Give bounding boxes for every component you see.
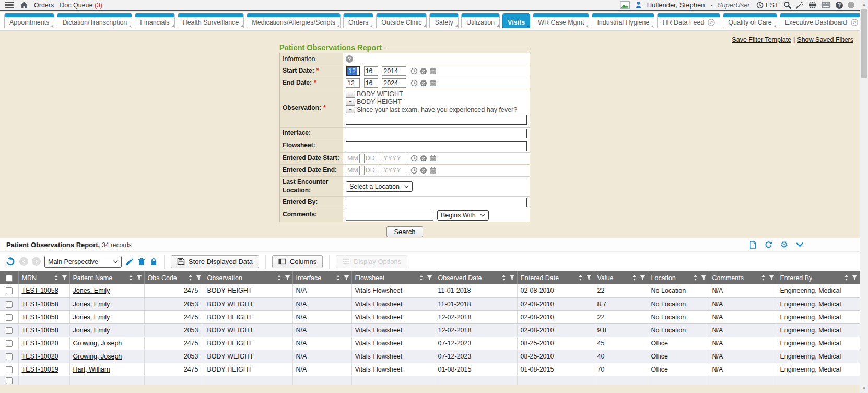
tab-outside-clinic[interactable]: Outside Clinic xyxy=(376,13,427,28)
clear-date-icon[interactable] xyxy=(420,155,427,162)
patient-name-link[interactable]: Jones, Emily xyxy=(73,314,110,321)
patient-name-link[interactable]: Jones, Emily xyxy=(73,287,110,294)
remove-observation-button[interactable]: − xyxy=(346,91,355,98)
row-checkbox[interactable] xyxy=(6,353,13,360)
sort-icon[interactable] xyxy=(578,275,583,281)
patient-name-link[interactable]: Growing, Joseph xyxy=(73,340,122,347)
help-icon[interactable]: ? xyxy=(836,2,843,9)
col-header-comments[interactable]: Comments xyxy=(709,271,777,284)
col-header-entered-date[interactable]: Entered Date xyxy=(517,271,594,284)
filter-icon[interactable] xyxy=(701,275,707,281)
select-all-header[interactable] xyxy=(0,271,18,284)
sort-icon[interactable] xyxy=(276,275,282,281)
globe-icon[interactable] xyxy=(808,1,816,9)
calendar-icon[interactable] xyxy=(429,67,437,75)
col-header-entered-by[interactable]: Entered By xyxy=(777,271,860,284)
scroll-up-icon[interactable]: ▲ xyxy=(860,1,868,8)
tab-hr-data-feed[interactable]: HR Data Feed xyxy=(657,13,720,28)
orders-menu-item[interactable]: Orders xyxy=(34,2,54,9)
select-all-checkbox[interactable] xyxy=(6,275,13,282)
screenshot-icon[interactable] xyxy=(620,1,630,9)
sort-icon[interactable] xyxy=(187,275,193,281)
entered-date-start-year-input[interactable] xyxy=(382,154,406,163)
entered-date-end-day-input[interactable] xyxy=(364,166,378,175)
delete-trash-icon[interactable] xyxy=(137,258,146,266)
scrollbar-thumb[interactable] xyxy=(861,9,867,78)
calendar-icon[interactable] xyxy=(429,79,437,87)
mrn-link[interactable]: TEST-10058 xyxy=(22,327,58,334)
entered-date-end-month-input[interactable] xyxy=(346,166,360,175)
filter-icon[interactable] xyxy=(196,275,202,281)
filter-icon[interactable] xyxy=(427,275,432,281)
col-header-patient-name[interactable]: Patient Name xyxy=(69,271,144,284)
save-filter-template-link[interactable]: Save Filter Template xyxy=(732,36,791,43)
tab-executive-dashboard[interactable]: Executive Dashboard xyxy=(780,13,863,28)
settings-gear-icon[interactable]: ⚙ xyxy=(780,240,788,249)
location-select[interactable]: Select a Location xyxy=(346,181,413,192)
patient-name-link[interactable]: Growing, Joseph xyxy=(73,353,122,360)
entered-by-input[interactable] xyxy=(346,198,527,207)
time-icon[interactable] xyxy=(410,79,418,87)
sort-icon[interactable] xyxy=(693,275,698,281)
edit-pencil-icon[interactable] xyxy=(125,258,134,266)
col-header-mrn[interactable]: MRN xyxy=(18,271,69,284)
scroll-down-icon[interactable]: ▼ xyxy=(860,385,868,392)
start-date-month-input[interactable]: 12 xyxy=(346,66,360,76)
home-icon[interactable] xyxy=(20,1,28,9)
tab-quality-of-care[interactable]: Quality of Care xyxy=(723,13,777,28)
export-page-icon[interactable] xyxy=(749,241,757,249)
col-header-obs-code[interactable]: Obs Code xyxy=(144,271,204,284)
filter-icon[interactable] xyxy=(509,275,515,281)
col-header-flowsheet[interactable]: Flowsheet xyxy=(351,271,435,284)
tab-financials[interactable]: Financials xyxy=(135,13,174,28)
comments-input[interactable] xyxy=(346,211,433,221)
store-displayed-data-button[interactable]: Store Displayed Data xyxy=(171,255,259,268)
collapse-chevron-icon[interactable] xyxy=(796,241,804,249)
time-icon[interactable] xyxy=(410,155,418,162)
mrn-link[interactable]: TEST-10058 xyxy=(22,314,58,321)
end-date-month-input[interactable] xyxy=(346,78,360,88)
timezone-indicator[interactable]: EST xyxy=(756,1,779,9)
row-checkbox[interactable] xyxy=(6,366,13,373)
mrn-link[interactable]: TEST-10058 xyxy=(22,287,58,294)
row-checkbox[interactable] xyxy=(6,287,13,294)
entered-date-start-day-input[interactable] xyxy=(364,154,378,163)
sort-icon[interactable] xyxy=(335,275,341,281)
tab-utilization[interactable]: Utilization xyxy=(461,13,500,28)
tab-industrial-hygiene[interactable]: Industrial Hygiene xyxy=(592,13,654,28)
search-icon[interactable] xyxy=(783,1,791,9)
col-header-value[interactable]: Value xyxy=(594,271,648,284)
patient-name-link[interactable]: Hart, William xyxy=(73,366,110,373)
time-icon[interactable] xyxy=(410,67,418,75)
filter-icon[interactable] xyxy=(586,275,592,281)
vertical-scrollbar[interactable]: ▲ ▼ xyxy=(860,0,868,393)
tab-visits[interactable]: Visits xyxy=(502,13,530,28)
filter-icon[interactable] xyxy=(62,275,67,281)
end-date-year-input[interactable] xyxy=(382,78,406,88)
start-date-day-input[interactable] xyxy=(364,66,378,76)
row-checkbox[interactable] xyxy=(6,301,13,308)
mrn-link[interactable]: TEST-10020 xyxy=(22,353,58,360)
filter-icon[interactable] xyxy=(852,275,858,281)
columns-button[interactable]: Columns xyxy=(272,255,323,268)
remove-observation-button[interactable]: − xyxy=(346,99,355,106)
tab-wr-case-mgmt[interactable]: WR Case Mgmt xyxy=(533,13,589,28)
keyboard-icon[interactable] xyxy=(821,2,831,8)
observation-input[interactable] xyxy=(346,115,527,125)
filter-icon[interactable] xyxy=(344,275,349,281)
col-header-observation[interactable]: Observation xyxy=(204,271,292,284)
filter-icon[interactable] xyxy=(640,275,646,281)
entered-date-end-year-input[interactable] xyxy=(382,166,406,175)
interface-input[interactable] xyxy=(346,129,527,138)
mrn-link[interactable]: TEST-10020 xyxy=(22,340,58,347)
row-checkbox[interactable] xyxy=(6,377,13,384)
tab-appointments[interactable]: Appointments xyxy=(4,13,54,28)
remove-observation-button[interactable]: − xyxy=(346,107,355,113)
sort-icon[interactable] xyxy=(128,275,134,281)
sort-icon[interactable] xyxy=(631,275,637,281)
sort-icon[interactable] xyxy=(53,275,59,281)
user-avatar-icon[interactable] xyxy=(635,1,642,9)
col-header-location[interactable]: Location xyxy=(648,271,709,284)
sort-icon[interactable] xyxy=(843,275,849,281)
refresh-icon[interactable] xyxy=(765,241,772,249)
